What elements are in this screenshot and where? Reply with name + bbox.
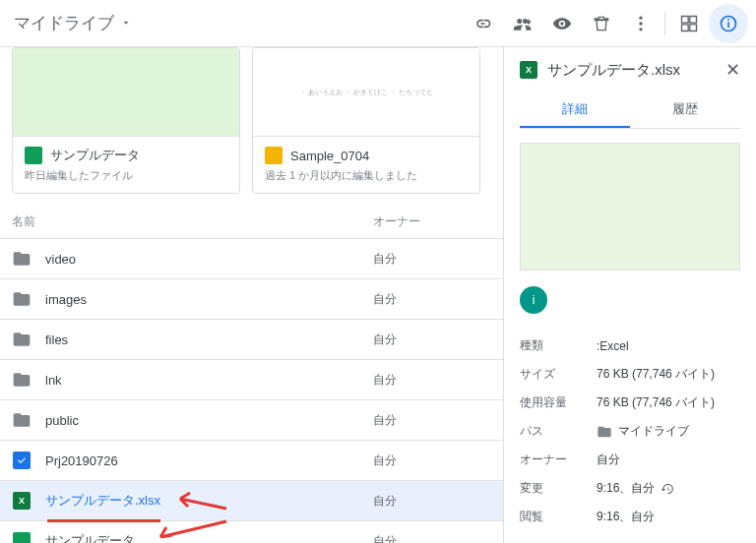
- detail-tabs: 詳細 履歴: [520, 92, 740, 129]
- folder-icon: [12, 330, 32, 349]
- xlsx-icon: X: [12, 491, 32, 511]
- close-icon[interactable]: ✕: [725, 59, 740, 81]
- file-name: video: [45, 252, 76, 267]
- meta-path-label: パス: [520, 423, 597, 440]
- slides-icon: [265, 147, 283, 164]
- xlsx-icon: X: [520, 61, 537, 79]
- divider: [664, 12, 665, 35]
- file-owner: 自分: [373, 493, 491, 510]
- folder-icon: [597, 424, 612, 440]
- folder-icon: [12, 289, 32, 309]
- svg-point-0: [639, 16, 642, 19]
- file-owner: 自分: [373, 452, 491, 469]
- suggestion-card[interactable]: サンプルデータ 昨日編集したファイル: [12, 47, 240, 194]
- toolbar: マイドライブ: [0, 0, 756, 47]
- svg-point-2: [639, 28, 642, 30]
- annotation-arrow-icon: [172, 487, 231, 516]
- meta-owner-label: オーナー: [520, 452, 597, 468]
- file-row[interactable]: Xサンプルデータ.xlsx自分: [0, 481, 503, 521]
- file-row[interactable]: lnk自分: [0, 360, 503, 400]
- share-button[interactable]: [503, 4, 542, 43]
- detail-preview: [520, 143, 740, 271]
- file-name: images: [45, 292, 87, 307]
- meta-path-value: マイドライブ: [597, 423, 689, 440]
- file-owner: 自分: [373, 251, 491, 268]
- folder-icon: [12, 410, 32, 430]
- meta-owner-value: 自分: [597, 452, 620, 468]
- breadcrumb[interactable]: マイドライブ: [8, 12, 132, 34]
- chevron-down-icon: [120, 14, 132, 33]
- svg-rect-4: [727, 22, 729, 28]
- file-owner: 自分: [373, 533, 491, 544]
- trash-button[interactable]: [582, 4, 621, 43]
- list-header: 名前 オーナー: [0, 206, 503, 239]
- svg-point-1: [639, 22, 642, 25]
- file-name: files: [45, 332, 68, 347]
- file-name: lnk: [45, 373, 62, 388]
- suggestion-card[interactable]: ・ あいうえお ・ かきくけこ ・ たちつてと Sample_0704 過去 1…: [252, 47, 480, 194]
- card-title: サンプルデータ: [50, 147, 140, 164]
- tab-history[interactable]: 履歴: [630, 92, 740, 128]
- file-row[interactable]: images自分: [0, 279, 503, 320]
- sheets-icon: [12, 531, 32, 543]
- file-row[interactable]: video自分: [0, 239, 503, 279]
- detail-meta: 種類:Excel サイズ76 KB (77,746 バイト) 使用容量76 KB…: [520, 332, 740, 531]
- svg-rect-5: [727, 19, 729, 21]
- meta-modified-label: 変更: [520, 480, 597, 497]
- file-owner: 自分: [373, 332, 491, 348]
- detail-title: サンプルデータ.xlsx: [547, 61, 716, 80]
- file-row[interactable]: public自分: [0, 400, 503, 441]
- meta-used-label: 使用容量: [520, 394, 597, 411]
- file-row[interactable]: Prj20190726自分: [0, 441, 503, 481]
- card-thumbnail: ・ あいうえお ・ かきくけこ ・ たちつてと: [253, 48, 479, 137]
- file-owner: 自分: [373, 372, 491, 389]
- more-button[interactable]: [621, 4, 661, 43]
- meta-type-value: :Excel: [597, 337, 629, 354]
- file-name: public: [45, 413, 79, 428]
- card-title: Sample_0704: [290, 149, 369, 163]
- details-panel: X サンプルデータ.xlsx ✕ 詳細 履歴 i 種類:Excel サイズ76 …: [504, 47, 756, 543]
- blue-icon: [12, 451, 32, 470]
- get-link-button[interactable]: [464, 4, 503, 43]
- meta-type-label: 種類: [520, 337, 597, 354]
- file-list: video自分images自分files自分lnk自分public自分Prj20…: [0, 239, 503, 543]
- folder-icon: [12, 249, 32, 269]
- file-owner: 自分: [373, 291, 491, 308]
- preview-button[interactable]: [542, 4, 582, 43]
- file-row[interactable]: files自分: [0, 320, 503, 360]
- annotation-arrow-icon: [153, 519, 231, 543]
- suggestion-cards: サンプルデータ 昨日編集したファイル ・ あいうえお ・ かきくけこ ・ たちつ…: [0, 47, 503, 206]
- grid-view-button[interactable]: [669, 4, 709, 43]
- file-area: サンプルデータ 昨日編集したファイル ・ あいうえお ・ かきくけこ ・ たちつ…: [0, 47, 504, 543]
- sheets-icon: [25, 147, 42, 164]
- folder-icon: [12, 370, 32, 390]
- meta-size-value: 76 KB (77,746 バイト): [597, 366, 715, 383]
- file-row[interactable]: サンプルデータ自分: [0, 521, 503, 543]
- file-owner: 自分: [373, 412, 491, 429]
- meta-viewed-label: 閲覧: [520, 509, 597, 525]
- info-button[interactable]: [709, 4, 748, 43]
- breadcrumb-title: マイドライブ: [14, 12, 114, 34]
- meta-size-label: サイズ: [520, 366, 597, 383]
- meta-viewed-value: 9:16、自分: [597, 509, 655, 525]
- card-subtitle: 昨日編集したファイル: [25, 168, 227, 183]
- info-chip[interactable]: i: [520, 286, 547, 314]
- tab-detail[interactable]: 詳細: [520, 92, 630, 128]
- card-thumbnail: [13, 48, 239, 137]
- meta-modified-value: 9:16、自分: [597, 480, 674, 497]
- col-owner[interactable]: オーナー: [373, 213, 491, 230]
- file-name: Prj20190726: [45, 453, 118, 468]
- file-name: サンプルデータ: [45, 532, 135, 543]
- main: サンプルデータ 昨日編集したファイル ・ あいうえお ・ かきくけこ ・ たちつ…: [0, 47, 756, 543]
- meta-used-value: 76 KB (77,746 バイト): [597, 394, 715, 411]
- history-icon: [661, 482, 674, 496]
- card-subtitle: 過去 1 か月以内に編集しました: [265, 168, 468, 183]
- file-name: サンプルデータ.xlsx: [45, 492, 160, 510]
- col-name[interactable]: 名前: [12, 213, 373, 230]
